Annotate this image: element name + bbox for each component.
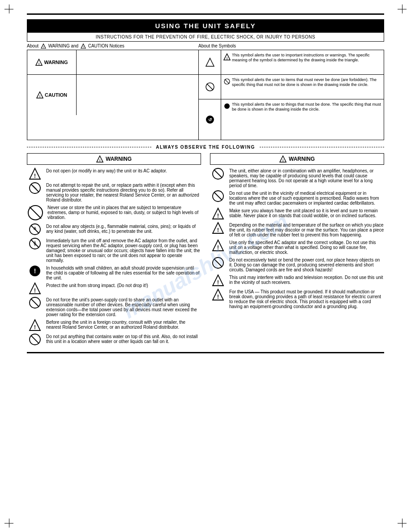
warning-item-l5: Immediately turn the unit off and remove…	[27, 237, 201, 263]
always-observe-text: ALWAYS OBSERVE THE FOLLOWING	[151, 145, 259, 150]
svg-text:!: !	[217, 227, 219, 233]
warn-text-r6: Do not excessively twist or bend the pow…	[229, 257, 384, 272]
tri-icon-r4: !	[212, 222, 224, 234]
no-circle-r6-icon	[212, 257, 224, 269]
no-disassemble-icon	[29, 182, 41, 194]
always-observe-divider: ALWAYS OBSERVE THE FOLLOWING	[27, 145, 384, 150]
warning-item-r8: ! For the USA — This product must be gro…	[210, 288, 384, 309]
svg-text:!: !	[99, 159, 101, 163]
no-fire-icon	[29, 223, 41, 236]
no-circle-l10-icon	[29, 333, 41, 346]
warn-text-r3: Make sure you always have the unit place…	[229, 207, 384, 218]
notice-area: ! WARNING ! CAUTION	[27, 50, 384, 140]
no-water-icon	[29, 237, 41, 250]
warning-item-r7: ! This unit may interfere with radio and…	[210, 274, 384, 287]
warn-icon-l6: !	[27, 265, 43, 277]
svg-marker-8	[206, 58, 214, 66]
caution-label: ! CAUTION	[27, 75, 77, 115]
svg-text:!: !	[283, 159, 284, 163]
no-circle-r1-icon	[212, 167, 224, 180]
top-bar	[27, 13, 384, 15]
symbol-text-no: This symbol alerts the user to items tha…	[221, 75, 384, 99]
symbol-icon-triangle	[199, 50, 221, 74]
page-title: USING THE UNIT SAFELY	[27, 19, 384, 32]
warn-text-r1: The unit, either alone or in combination…	[229, 167, 384, 188]
svg-text:!: !	[217, 245, 219, 251]
warning-col-left: ! WARNING ! Do not open (or modify in an…	[27, 153, 201, 348]
bottom-bar	[27, 352, 384, 353]
about-left: About ! WARNING and ! CAUTION Notices	[27, 43, 198, 49]
warning-item-l1: ! Do not open (or modify in any way) the…	[27, 167, 201, 180]
symbol-icon-no	[199, 75, 221, 99]
warn-icon-r7: !	[210, 274, 226, 287]
warning-col-right: ! WARNING The unit, either alone or in c…	[210, 153, 384, 348]
caution-tri-icon: !	[36, 91, 43, 99]
mandatory-icon: ↺	[205, 115, 215, 124]
page: manualshlive.com USING THE UNIT SAFELY I…	[0, 0, 411, 532]
svg-text:!: !	[34, 173, 36, 179]
symbol-no-small	[223, 78, 231, 85]
warn-text-r5: Use only the specified AC adaptor and th…	[229, 239, 384, 255]
exclamation-black-icon: !	[29, 265, 41, 277]
about-warning-label: WARNING and	[48, 43, 80, 48]
tri-icon-r8: !	[212, 288, 224, 301]
corner-mark-tl	[4, 4, 13, 13]
tri-icon-l1: !	[29, 167, 41, 180]
about-left-label: About	[27, 43, 39, 48]
warning-header-left: ! WARNING	[27, 153, 201, 165]
corner-mark-br	[398, 519, 407, 528]
svg-text:!: !	[34, 287, 36, 294]
symbol-text-mandatory: This symbol alerts the user to things th…	[221, 99, 384, 140]
warn-icon-l7: !	[27, 282, 43, 295]
symbol-text-triangle: ! This symbol alerts the user to importa…	[221, 50, 384, 74]
svg-line-44	[214, 170, 222, 178]
svg-text:!: !	[39, 62, 40, 66]
svg-line-26	[30, 207, 41, 219]
symbol-icon-mandatory: ↺	[199, 99, 221, 140]
svg-line-40	[31, 335, 39, 343]
warning-content	[77, 50, 198, 74]
svg-text:!: !	[34, 267, 36, 275]
svg-point-17	[224, 103, 230, 109]
svg-line-14	[225, 79, 229, 84]
warning-item-r5: ! Use only the specified AC adaptor and …	[210, 239, 384, 255]
caution-content	[77, 75, 198, 115]
no-circle-large-icon	[27, 204, 44, 221]
svg-line-12	[207, 84, 213, 90]
no-circle-l8-icon	[29, 296, 41, 309]
warn-text-l5: Immediately turn the unit off and remove…	[46, 237, 201, 263]
symbol-row-no: This symbol alerts the user to items tha…	[199, 75, 384, 99]
warn-text-l4: Do not allow any objects (e.g., flammabl…	[46, 223, 201, 234]
warning-item-l7: ! Protect the unit from strong impact. (…	[27, 282, 201, 295]
warn-icon-l3	[27, 204, 44, 221]
warn-text-r4: Depending on the material and temperatur…	[229, 222, 384, 237]
warn-icon-l10	[27, 333, 43, 346]
warn-icon-r8: !	[210, 288, 226, 301]
warn-icon-r1	[210, 167, 226, 180]
warn-icon-r3: !	[210, 207, 226, 220]
about-row: About ! WARNING and ! CAUTION Notices Ab…	[27, 43, 384, 49]
no-circle-icon	[205, 82, 215, 92]
warning-item-r3: ! Make sure you always have the unit pla…	[210, 207, 384, 220]
caution-row: ! CAUTION	[27, 75, 198, 115]
warn-icon-l2	[27, 182, 43, 194]
warning-item-l2: Do not attempt to repair the unit, or re…	[27, 182, 201, 202]
warn-text-l8: Do not force the unit's power-supply cor…	[46, 296, 201, 317]
corner-mark-tr	[398, 4, 407, 13]
svg-text:!: !	[217, 213, 219, 219]
warning-header-tri-right: !	[279, 155, 287, 163]
tri-icon-r5: !	[212, 239, 224, 252]
warning-item-l8: Do not force the unit's power-supply cor…	[27, 296, 201, 317]
corner-mark-bl	[4, 519, 13, 528]
triangle-outline-icon	[205, 57, 215, 67]
tri-icon-l9: !	[29, 319, 41, 331]
about-caution-label: CAUTION Notices	[88, 43, 124, 48]
dashed-line-right	[260, 147, 384, 147]
svg-line-46	[214, 192, 222, 200]
warning-item-r4: ! Depending on the material and temperat…	[210, 222, 384, 237]
svg-line-36	[31, 299, 39, 307]
warning-item-r1: The unit, either alone or in combination…	[210, 167, 384, 188]
warning-header-right: ! WARNING	[210, 153, 384, 165]
warn-text-r8: For the USA — This product must be groun…	[229, 288, 384, 309]
warn-icon-r5: !	[210, 239, 226, 252]
